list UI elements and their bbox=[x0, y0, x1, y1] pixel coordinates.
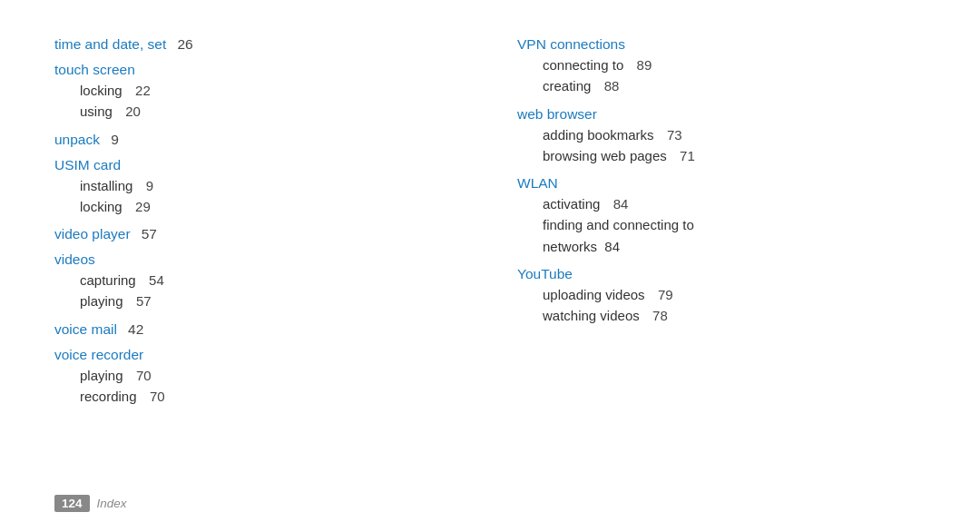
index-entry-video-player: video player 57 bbox=[54, 226, 463, 242]
entry-heading-time-and-date: time and date, set bbox=[54, 36, 166, 52]
index-entry-voice-mail: voice mail 42 bbox=[54, 321, 463, 338]
sub-entry-activating: activating 84 bbox=[543, 193, 926, 214]
sub-entry-locking-usim: locking 29 bbox=[80, 196, 463, 217]
entry-heading-web-browser: web browser bbox=[517, 106, 597, 122]
index-entry-voice-recorder: voice recorder playing 70 recording 70 bbox=[54, 347, 463, 408]
index-entry-usim-card: USIM card installing 9 locking 29 bbox=[54, 157, 463, 218]
sub-entry-locking: locking 22 bbox=[80, 80, 463, 101]
entry-heading-touch-screen: touch screen bbox=[54, 62, 135, 77]
entry-heading-voice-mail: voice mail bbox=[54, 321, 117, 337]
entry-page-video-player: 57 bbox=[142, 226, 157, 241]
sub-entry-adding-bookmarks: adding bookmarks 73 bbox=[543, 124, 926, 145]
entry-page-unpack: 9 bbox=[111, 132, 119, 147]
sub-entries-web-browser: adding bookmarks 73 browsing web pages 7… bbox=[543, 124, 926, 167]
entry-heading-vpn: VPN connections bbox=[517, 36, 625, 52]
left-column: time and date, set 26 touch screen locki… bbox=[54, 36, 463, 416]
index-entry-videos: videos capturing 54 playing 57 bbox=[54, 251, 463, 312]
entry-heading-youtube: YouTube bbox=[517, 266, 573, 281]
entry-heading-voice-recorder: voice recorder bbox=[54, 347, 143, 362]
entry-page-time-and-date: 26 bbox=[177, 36, 192, 52]
sub-entries-voice-recorder: playing 70 recording 70 bbox=[80, 365, 463, 408]
index-entry-unpack: unpack 9 bbox=[54, 132, 463, 148]
sub-entry-uploading-videos: uploading videos 79 bbox=[543, 284, 926, 305]
sub-entry-creating: creating 88 bbox=[543, 75, 926, 96]
entry-page-voice-mail: 42 bbox=[128, 321, 143, 337]
footer-label: Index bbox=[97, 497, 127, 510]
footer: 124 Index bbox=[54, 495, 127, 512]
sub-entry-using: using 20 bbox=[80, 101, 463, 122]
entry-heading-wlan: WLAN bbox=[517, 175, 558, 191]
sub-entries-wlan: activating 84 finding and connecting to … bbox=[543, 193, 926, 257]
index-entry-wlan: WLAN activating 84 finding and connectin… bbox=[517, 175, 926, 257]
index-entry-youtube: YouTube uploading videos 79 watching vid… bbox=[517, 266, 926, 327]
entry-heading-video-player: video player bbox=[54, 226, 131, 241]
entry-heading-usim-card: USIM card bbox=[54, 157, 121, 172]
sub-entry-watching-videos: watching videos 78 bbox=[543, 305, 926, 326]
index-entry-web-browser: web browser adding bookmarks 73 browsing… bbox=[517, 106, 926, 167]
page-content: time and date, set 26 touch screen locki… bbox=[0, 0, 980, 452]
footer-page-number: 124 bbox=[54, 495, 90, 512]
sub-entries-videos: capturing 54 playing 57 bbox=[80, 270, 463, 312]
index-entry-vpn-connections: VPN connections connecting to 89 creatin… bbox=[517, 36, 926, 97]
sub-entry-playing-recorder: playing 70 bbox=[80, 365, 463, 386]
right-column: VPN connections connecting to 89 creatin… bbox=[517, 36, 926, 416]
sub-entries-youtube: uploading videos 79 watching videos 78 bbox=[543, 284, 926, 327]
sub-entries-touch-screen: locking 22 using 20 bbox=[80, 80, 463, 123]
sub-entries-vpn: connecting to 89 creating 88 bbox=[543, 54, 926, 97]
sub-entry-playing-videos: playing 57 bbox=[80, 291, 463, 311]
sub-entry-recording: recording 70 bbox=[80, 386, 463, 407]
index-entry-time-and-date: time and date, set 26 bbox=[54, 36, 463, 53]
index-entry-touch-screen: touch screen locking 22 using 20 bbox=[54, 62, 463, 123]
sub-entry-browsing-web-pages: browsing web pages 71 bbox=[543, 145, 926, 166]
sub-entry-finding-connecting: finding and connecting to networks 84 bbox=[543, 214, 926, 257]
entry-heading-videos: videos bbox=[54, 251, 95, 267]
sub-entry-capturing: capturing 54 bbox=[80, 270, 463, 291]
sub-entry-installing: installing 9 bbox=[80, 175, 463, 196]
entry-heading-unpack: unpack bbox=[54, 132, 100, 147]
sub-entry-connecting-to: connecting to 89 bbox=[543, 54, 926, 75]
sub-entries-usim-card: installing 9 locking 29 bbox=[80, 175, 463, 218]
